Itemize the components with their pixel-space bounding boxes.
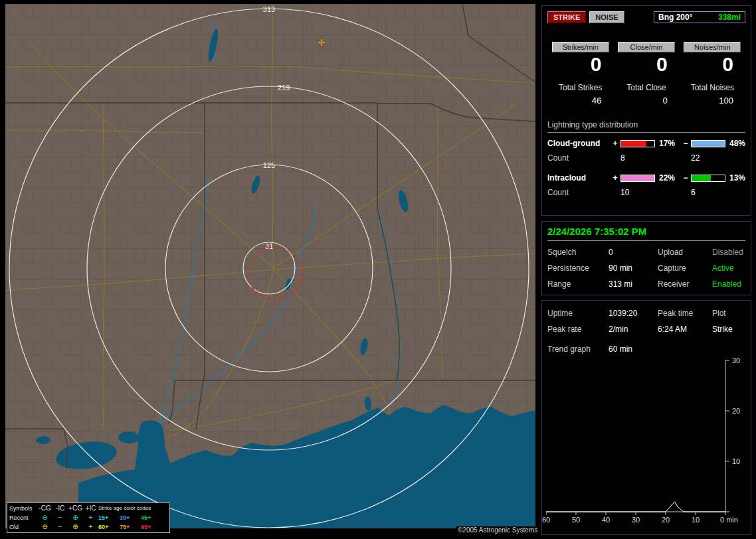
- cg-plus-count: 8: [620, 153, 655, 163]
- pos-cg-recent-icon: ⊕: [68, 514, 83, 522]
- peak-time-value: 6:24 AM: [658, 325, 709, 334]
- close-per-min-value: 0: [613, 54, 679, 75]
- trend-plot: [546, 359, 733, 517]
- ic-minus-pct: 13%: [727, 173, 748, 183]
- legend-title: Symbols: [9, 504, 37, 512]
- neg-cg-old-icon: ⊖: [37, 523, 52, 531]
- age-code-30: 30+: [120, 514, 141, 522]
- distribution-title: Lightning type distribution: [547, 120, 745, 133]
- ring-label-125: 125: [263, 161, 275, 169]
- plot-value: Strike: [712, 325, 753, 334]
- ring-label-313: 313: [263, 5, 275, 13]
- noises-per-min-button[interactable]: Noises/min: [684, 42, 741, 52]
- total-strikes-label: Total Strikes: [547, 83, 613, 92]
- ic-minus-bar-fill: [692, 175, 711, 181]
- upload-status: Disabled: [712, 248, 753, 257]
- legend-recent-row: Recent ⊖ − ⊕ + 15+ 30+ 45+: [9, 514, 167, 522]
- status-row-range: Range 313 mi Receiver Enabled: [547, 279, 745, 289]
- cg-minus-bar: [691, 140, 725, 147]
- stats-row-2: Peak rate 2/min 6:24 AM Strike: [547, 325, 745, 334]
- map-legend: Symbols -CG -IC +CG +IC Strike age color…: [7, 502, 170, 533]
- bearing-label: Bng 200°: [658, 13, 692, 22]
- age-code-15: 15+: [98, 514, 120, 522]
- xtick-50: 50: [568, 516, 584, 524]
- upload-label: Upload: [658, 248, 709, 257]
- uptime-value: 1039:20: [609, 309, 655, 318]
- pos-ic-recent-icon: +: [83, 514, 98, 522]
- legend-old-row: Old ⊖ − ⊕ + 60+ 75+ 90+: [9, 523, 167, 531]
- count-label: Count: [547, 153, 610, 163]
- trend-graph: 30 20 10 60 50 40 30 20 10 0 min: [546, 359, 747, 532]
- ic-minus-bar: [691, 175, 725, 182]
- noises-column: Noises/min 0 Total Noises 100: [680, 42, 745, 106]
- ic-plus-pct: 22%: [656, 173, 680, 183]
- trend-window-value: 60 min: [609, 345, 655, 354]
- bearing-indicator: Bng 200° 338mi: [654, 11, 745, 23]
- legend-old-label: Old: [9, 523, 37, 531]
- trend-yticks: [725, 360, 729, 512]
- total-noises-value: 100: [680, 96, 745, 106]
- ytick-30: 30: [732, 356, 740, 364]
- noise-mode-button[interactable]: NOISE: [589, 11, 624, 23]
- ring-label-219: 219: [278, 84, 290, 92]
- cloud-ground-row: Cloud-ground + 17% − 48%: [547, 139, 745, 148]
- strikes-per-min-value: 0: [547, 54, 613, 75]
- rate-columns: Strikes/min 0 Total Strikes 46 Close/min…: [547, 42, 745, 106]
- total-close-label: Total Close: [613, 83, 679, 92]
- age-code-75: 75+: [120, 523, 141, 531]
- ic-plus-bar-fill: [621, 175, 654, 181]
- pos-ic-old-icon: +: [83, 523, 98, 531]
- ring-label-31: 31: [265, 242, 273, 250]
- peak-rate-value: 2/min: [609, 325, 655, 334]
- close-column: Close/min 0 Total Close 0: [613, 42, 679, 106]
- age-code-45: 45+: [141, 514, 162, 522]
- cloud-ground-count-row: Count 8 22: [547, 153, 745, 163]
- range-value: 313 mi: [609, 279, 655, 289]
- neg-cg-recent-icon: ⊖: [37, 514, 52, 522]
- trend-graph-label: Trend graph: [547, 345, 606, 354]
- bearing-range-value: 338mi: [718, 13, 741, 22]
- uptime-label: Uptime: [547, 309, 606, 318]
- lightning-map[interactable]: 313 219 125 31: [5, 4, 535, 528]
- legend-col-pos-ic: +IC: [83, 504, 98, 512]
- xtick-0min: 0 min: [720, 516, 748, 524]
- cloud-ground-label: Cloud-ground: [547, 139, 610, 148]
- age-code-60: 60+: [98, 523, 120, 531]
- legend-age-title: Strike age color codes: [98, 504, 162, 512]
- strikes-column: Strikes/min 0 Total Strikes 46: [547, 42, 613, 106]
- total-strikes-value: 46: [547, 96, 613, 106]
- ytick-10: 10: [732, 457, 740, 465]
- peak-time-label: Peak time: [658, 309, 709, 318]
- cg-minus-count: 22: [691, 153, 725, 163]
- intracloud-row: Intracloud + 22% − 13%: [547, 173, 745, 183]
- xtick-10: 10: [688, 516, 704, 524]
- mode-row: STRIKE NOISE Bng 200° 338mi: [547, 11, 745, 23]
- legend-recent-label: Recent: [9, 514, 37, 522]
- xtick-40: 40: [598, 516, 614, 524]
- copyright-text: ©2005 Astrogenic Systems: [456, 526, 539, 534]
- age-code-90: 90+: [141, 523, 162, 531]
- close-per-min-button[interactable]: Close/min: [618, 42, 675, 52]
- noises-per-min-value: 0: [680, 54, 745, 75]
- legend-col-neg-ic: -IC: [52, 504, 68, 512]
- legend-header-row: Symbols -CG -IC +CG +IC Strike age color…: [9, 504, 167, 512]
- cg-plus-pct: 17%: [656, 139, 680, 148]
- trend-axes: [546, 360, 725, 512]
- total-noises-label: Total Noises: [680, 83, 745, 92]
- strike-mode-button[interactable]: STRIKE: [547, 11, 586, 23]
- status-row-persistence: Persistence 90 min Capture Active: [547, 264, 745, 273]
- plus-sign: +: [611, 173, 619, 183]
- strikes-per-min-button[interactable]: Strikes/min: [552, 42, 609, 52]
- pos-cg-old-icon: ⊕: [68, 523, 83, 531]
- legend-col-pos-cg: +CG: [68, 504, 83, 512]
- xtick-60: 60: [538, 516, 554, 524]
- xtick-20: 20: [658, 516, 674, 524]
- capture-status: Active: [712, 264, 753, 273]
- persistence-value: 90 min: [609, 264, 655, 273]
- cg-plus-bar-fill: [621, 141, 646, 147]
- status-row-squelch: Squelch 0 Upload Disabled: [547, 248, 745, 257]
- trend-panel: Uptime 1039:20 Peak time Plot Peak rate …: [541, 300, 751, 535]
- plus-sign: +: [611, 139, 619, 148]
- neg-ic-recent-icon: −: [52, 514, 68, 522]
- receiver-label: Receiver: [658, 279, 709, 289]
